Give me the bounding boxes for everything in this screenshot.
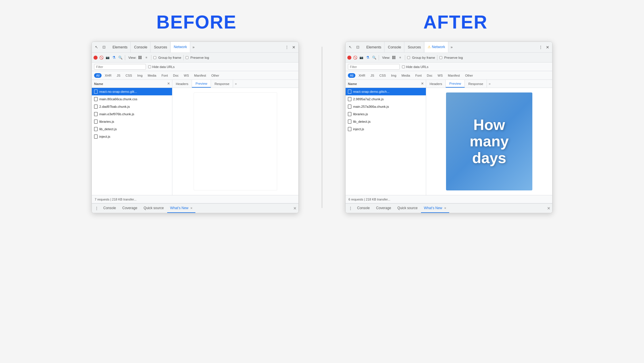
before-type-all[interactable]: All xyxy=(94,73,102,78)
after-file-icon-0 xyxy=(348,90,351,94)
after-type-xhr[interactable]: XHR xyxy=(357,73,367,78)
after-drawer-menu-icon[interactable]: ⋮ xyxy=(347,206,354,211)
before-filter-input[interactable] xyxy=(94,64,146,70)
before-preview-tab-more[interactable]: » xyxy=(233,80,239,88)
after-search-icon[interactable]: 🔍 xyxy=(371,55,377,60)
before-type-other[interactable]: Other xyxy=(209,73,221,78)
before-file-item-4[interactable]: libraries.js xyxy=(92,118,172,125)
before-type-js[interactable]: JS xyxy=(115,73,122,78)
after-drawer-close-icon[interactable]: ✕ xyxy=(547,206,550,211)
after-type-media[interactable]: Media xyxy=(399,73,412,78)
after-preview-tab-preview[interactable]: Preview xyxy=(446,80,465,88)
after-type-other[interactable]: Other xyxy=(463,73,475,78)
after-layers-icon[interactable]: ⊡ xyxy=(355,44,361,50)
before-tab-more[interactable]: » xyxy=(191,45,196,49)
before-file-item-0[interactable]: react-no-snap-demo.glit... xyxy=(92,88,172,95)
before-search-icon[interactable]: 🔍 xyxy=(118,55,123,60)
after-type-ws[interactable]: WS xyxy=(436,73,445,78)
after-whats-new-close[interactable]: ✕ xyxy=(444,207,446,210)
before-preview-tab-preview[interactable]: Preview xyxy=(192,80,211,88)
before-record-button[interactable] xyxy=(94,56,98,60)
after-file-item-3[interactable]: libraries.js xyxy=(346,110,426,118)
before-tab-console[interactable]: Console xyxy=(131,42,150,52)
after-view-compact-icon[interactable]: ≡ xyxy=(398,55,403,60)
after-stop-icon[interactable]: 🚫 xyxy=(353,55,358,60)
before-file-item-3[interactable]: main.e3ef976b.chunk.js xyxy=(92,110,172,118)
after-file-list-close[interactable]: ✕ xyxy=(421,82,424,86)
before-cursor-icon[interactable]: ↖ xyxy=(94,44,99,50)
before-file-item-5[interactable]: lib_detect.js xyxy=(92,125,172,133)
after-drawer-tab-console[interactable]: Console xyxy=(354,204,373,213)
before-type-img[interactable]: Img xyxy=(135,73,144,78)
before-drawer-tab-coverage[interactable]: Coverage xyxy=(119,204,140,213)
after-file-item-0[interactable]: react-snap-demo.glitch... xyxy=(346,88,426,95)
after-file-item-5[interactable]: inject.js xyxy=(346,125,426,133)
after-drawer-tab-quick-source[interactable]: Quick source xyxy=(395,204,420,213)
after-type-css[interactable]: CSS xyxy=(377,73,388,78)
after-tab-network[interactable]: ⚠ Network xyxy=(425,42,448,52)
after-type-img[interactable]: Img xyxy=(389,73,398,78)
before-drawer-menu-icon[interactable]: ⋮ xyxy=(94,206,100,211)
before-type-css[interactable]: CSS xyxy=(123,73,134,78)
before-type-ws[interactable]: WS xyxy=(182,73,191,78)
after-type-js[interactable]: JS xyxy=(368,73,376,78)
before-type-xhr[interactable]: XHR xyxy=(103,73,113,78)
after-tab-elements[interactable]: Elements xyxy=(363,42,384,52)
before-type-media[interactable]: Media xyxy=(146,73,158,78)
after-drawer-tab-coverage[interactable]: Coverage xyxy=(373,204,394,213)
before-tab-network[interactable]: Network xyxy=(171,42,190,52)
before-camera-icon[interactable]: 📷 xyxy=(105,55,110,60)
before-more-vert-icon[interactable]: ⋮ xyxy=(284,44,290,50)
after-file-item-1[interactable]: 2.9895a7a2.chunk.js xyxy=(346,95,426,103)
after-view-list-icon[interactable] xyxy=(391,55,397,60)
before-file-item-2[interactable]: 2.dad97bab.chunk.js xyxy=(92,103,172,110)
before-type-font[interactable]: Font xyxy=(159,73,170,78)
before-preserve-log-checkbox[interactable] xyxy=(186,56,188,59)
before-file-list-close[interactable]: ✕ xyxy=(167,82,170,86)
after-close-icon[interactable]: ✕ xyxy=(545,44,550,50)
before-type-doc[interactable]: Doc xyxy=(171,73,181,78)
before-drawer-close-icon[interactable]: ✕ xyxy=(293,206,297,211)
before-preview-tab-response[interactable]: Response xyxy=(211,80,233,88)
after-type-font[interactable]: Font xyxy=(413,73,424,78)
before-layers-icon[interactable]: ⊡ xyxy=(101,44,107,50)
after-tab-sources[interactable]: Sources xyxy=(405,42,424,52)
before-filter-icon[interactable]: ⚗ xyxy=(111,55,117,60)
before-close-icon[interactable]: ✕ xyxy=(291,44,297,50)
before-file-item-1[interactable]: main.80ca66ca.chunk.css xyxy=(92,95,172,103)
after-more-vert-icon[interactable]: ⋮ xyxy=(538,44,544,50)
after-file-item-2[interactable]: main.257a366a.chunk.js xyxy=(346,103,426,110)
after-preview-tab-response[interactable]: Response xyxy=(465,80,487,88)
before-view-compact-icon[interactable]: ≡ xyxy=(144,55,149,60)
after-group-by-frame-checkbox[interactable] xyxy=(407,56,410,59)
before-stop-icon[interactable]: 🚫 xyxy=(99,55,104,60)
after-preview-tab-more[interactable]: » xyxy=(487,80,492,88)
after-cursor-icon[interactable]: ↖ xyxy=(347,44,353,50)
after-file-item-4[interactable]: lib_detect.js xyxy=(346,118,426,125)
after-camera-icon[interactable]: 📷 xyxy=(359,55,364,60)
after-preview-tab-headers[interactable]: Headers xyxy=(426,80,446,88)
after-tab-more[interactable]: » xyxy=(449,45,454,49)
before-tab-elements[interactable]: Elements xyxy=(110,42,131,52)
before-view-list-icon[interactable] xyxy=(138,55,143,60)
after-tab-console[interactable]: Console xyxy=(385,42,404,52)
before-type-manifest[interactable]: Manifest xyxy=(192,73,208,78)
before-hide-data-urls-checkbox[interactable] xyxy=(148,65,151,68)
after-type-manifest[interactable]: Manifest xyxy=(446,73,462,78)
after-type-doc[interactable]: Doc xyxy=(425,73,435,78)
before-drawer-tab-whats-new[interactable]: What's New ✕ xyxy=(167,204,195,213)
before-tab-sources[interactable]: Sources xyxy=(151,42,170,52)
before-file-item-6[interactable]: inject.js xyxy=(92,133,172,140)
after-filter-icon[interactable]: ⚗ xyxy=(365,55,370,60)
after-filter-input[interactable] xyxy=(348,64,400,70)
before-preview-tab-headers[interactable]: Headers xyxy=(172,80,192,88)
before-drawer-tab-quick-source[interactable]: Quick source xyxy=(141,204,167,213)
before-drawer-tab-console[interactable]: Console xyxy=(100,204,119,213)
after-drawer-tab-whats-new[interactable]: What's New ✕ xyxy=(421,204,449,213)
after-record-button[interactable] xyxy=(347,56,351,60)
after-type-all[interactable]: All xyxy=(348,73,355,78)
before-whats-new-close[interactable]: ✕ xyxy=(190,207,193,210)
after-hide-data-urls-checkbox[interactable] xyxy=(402,65,405,68)
before-group-by-frame-checkbox[interactable] xyxy=(153,56,156,59)
after-preserve-log-checkbox[interactable] xyxy=(439,56,442,59)
